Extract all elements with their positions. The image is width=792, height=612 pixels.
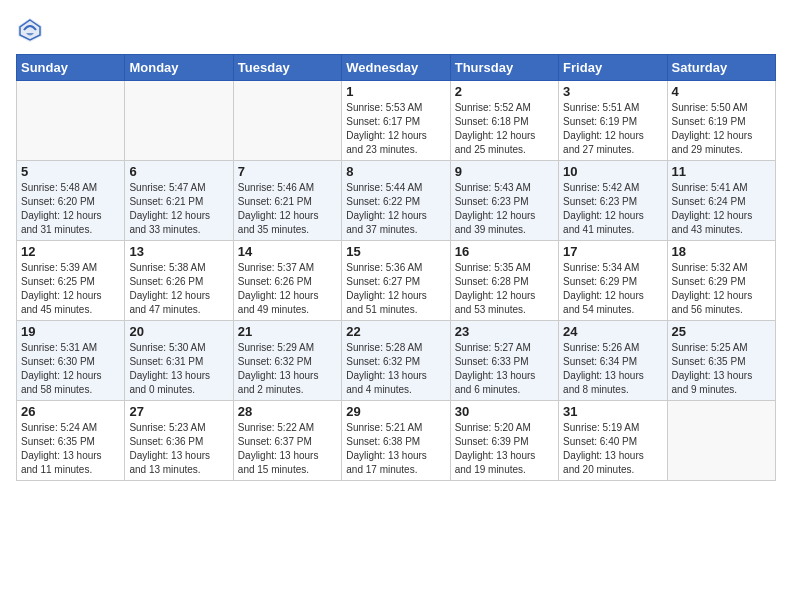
day-number: 22 — [346, 324, 445, 339]
week-row-5: 26Sunrise: 5:24 AM Sunset: 6:35 PM Dayli… — [17, 401, 776, 481]
day-info: Sunrise: 5:39 AM Sunset: 6:25 PM Dayligh… — [21, 261, 120, 317]
day-info: Sunrise: 5:23 AM Sunset: 6:36 PM Dayligh… — [129, 421, 228, 477]
day-number: 24 — [563, 324, 662, 339]
day-number: 4 — [672, 84, 771, 99]
day-info: Sunrise: 5:52 AM Sunset: 6:18 PM Dayligh… — [455, 101, 554, 157]
day-info: Sunrise: 5:19 AM Sunset: 6:40 PM Dayligh… — [563, 421, 662, 477]
day-info: Sunrise: 5:42 AM Sunset: 6:23 PM Dayligh… — [563, 181, 662, 237]
day-number: 14 — [238, 244, 337, 259]
calendar-cell: 28Sunrise: 5:22 AM Sunset: 6:37 PM Dayli… — [233, 401, 341, 481]
day-info: Sunrise: 5:20 AM Sunset: 6:39 PM Dayligh… — [455, 421, 554, 477]
calendar-cell: 20Sunrise: 5:30 AM Sunset: 6:31 PM Dayli… — [125, 321, 233, 401]
calendar-cell: 10Sunrise: 5:42 AM Sunset: 6:23 PM Dayli… — [559, 161, 667, 241]
calendar-cell: 5Sunrise: 5:48 AM Sunset: 6:20 PM Daylig… — [17, 161, 125, 241]
day-info: Sunrise: 5:41 AM Sunset: 6:24 PM Dayligh… — [672, 181, 771, 237]
calendar-table: SundayMondayTuesdayWednesdayThursdayFrid… — [16, 54, 776, 481]
day-number: 3 — [563, 84, 662, 99]
week-row-2: 5Sunrise: 5:48 AM Sunset: 6:20 PM Daylig… — [17, 161, 776, 241]
day-info: Sunrise: 5:34 AM Sunset: 6:29 PM Dayligh… — [563, 261, 662, 317]
day-number: 13 — [129, 244, 228, 259]
weekday-header-wednesday: Wednesday — [342, 55, 450, 81]
day-number: 7 — [238, 164, 337, 179]
logo — [16, 16, 48, 44]
calendar-cell: 8Sunrise: 5:44 AM Sunset: 6:22 PM Daylig… — [342, 161, 450, 241]
day-number: 26 — [21, 404, 120, 419]
weekday-header-friday: Friday — [559, 55, 667, 81]
weekday-header-tuesday: Tuesday — [233, 55, 341, 81]
calendar-cell: 18Sunrise: 5:32 AM Sunset: 6:29 PM Dayli… — [667, 241, 775, 321]
calendar-cell: 30Sunrise: 5:20 AM Sunset: 6:39 PM Dayli… — [450, 401, 558, 481]
day-number: 2 — [455, 84, 554, 99]
day-info: Sunrise: 5:30 AM Sunset: 6:31 PM Dayligh… — [129, 341, 228, 397]
day-info: Sunrise: 5:24 AM Sunset: 6:35 PM Dayligh… — [21, 421, 120, 477]
day-number: 28 — [238, 404, 337, 419]
calendar-cell — [667, 401, 775, 481]
calendar-cell: 21Sunrise: 5:29 AM Sunset: 6:32 PM Dayli… — [233, 321, 341, 401]
weekday-header-saturday: Saturday — [667, 55, 775, 81]
calendar-cell: 17Sunrise: 5:34 AM Sunset: 6:29 PM Dayli… — [559, 241, 667, 321]
day-info: Sunrise: 5:27 AM Sunset: 6:33 PM Dayligh… — [455, 341, 554, 397]
calendar-cell — [233, 81, 341, 161]
day-info: Sunrise: 5:47 AM Sunset: 6:21 PM Dayligh… — [129, 181, 228, 237]
calendar-cell: 6Sunrise: 5:47 AM Sunset: 6:21 PM Daylig… — [125, 161, 233, 241]
day-number: 12 — [21, 244, 120, 259]
day-info: Sunrise: 5:46 AM Sunset: 6:21 PM Dayligh… — [238, 181, 337, 237]
day-info: Sunrise: 5:36 AM Sunset: 6:27 PM Dayligh… — [346, 261, 445, 317]
day-info: Sunrise: 5:51 AM Sunset: 6:19 PM Dayligh… — [563, 101, 662, 157]
calendar-cell: 19Sunrise: 5:31 AM Sunset: 6:30 PM Dayli… — [17, 321, 125, 401]
day-info: Sunrise: 5:28 AM Sunset: 6:32 PM Dayligh… — [346, 341, 445, 397]
calendar-cell: 27Sunrise: 5:23 AM Sunset: 6:36 PM Dayli… — [125, 401, 233, 481]
calendar-cell: 29Sunrise: 5:21 AM Sunset: 6:38 PM Dayli… — [342, 401, 450, 481]
weekday-header-monday: Monday — [125, 55, 233, 81]
day-info: Sunrise: 5:37 AM Sunset: 6:26 PM Dayligh… — [238, 261, 337, 317]
day-number: 16 — [455, 244, 554, 259]
calendar-cell: 3Sunrise: 5:51 AM Sunset: 6:19 PM Daylig… — [559, 81, 667, 161]
calendar-cell: 2Sunrise: 5:52 AM Sunset: 6:18 PM Daylig… — [450, 81, 558, 161]
calendar-cell: 1Sunrise: 5:53 AM Sunset: 6:17 PM Daylig… — [342, 81, 450, 161]
day-info: Sunrise: 5:43 AM Sunset: 6:23 PM Dayligh… — [455, 181, 554, 237]
day-info: Sunrise: 5:32 AM Sunset: 6:29 PM Dayligh… — [672, 261, 771, 317]
calendar-cell: 26Sunrise: 5:24 AM Sunset: 6:35 PM Dayli… — [17, 401, 125, 481]
calendar-cell: 24Sunrise: 5:26 AM Sunset: 6:34 PM Dayli… — [559, 321, 667, 401]
day-info: Sunrise: 5:53 AM Sunset: 6:17 PM Dayligh… — [346, 101, 445, 157]
day-info: Sunrise: 5:26 AM Sunset: 6:34 PM Dayligh… — [563, 341, 662, 397]
svg-marker-0 — [18, 18, 42, 42]
day-number: 31 — [563, 404, 662, 419]
day-info: Sunrise: 5:22 AM Sunset: 6:37 PM Dayligh… — [238, 421, 337, 477]
calendar-cell — [17, 81, 125, 161]
day-info: Sunrise: 5:48 AM Sunset: 6:20 PM Dayligh… — [21, 181, 120, 237]
day-number: 15 — [346, 244, 445, 259]
day-number: 9 — [455, 164, 554, 179]
calendar-cell: 16Sunrise: 5:35 AM Sunset: 6:28 PM Dayli… — [450, 241, 558, 321]
day-info: Sunrise: 5:29 AM Sunset: 6:32 PM Dayligh… — [238, 341, 337, 397]
logo-icon — [16, 16, 44, 44]
week-row-3: 12Sunrise: 5:39 AM Sunset: 6:25 PM Dayli… — [17, 241, 776, 321]
day-number: 20 — [129, 324, 228, 339]
day-number: 19 — [21, 324, 120, 339]
calendar-cell: 31Sunrise: 5:19 AM Sunset: 6:40 PM Dayli… — [559, 401, 667, 481]
calendar-cell: 22Sunrise: 5:28 AM Sunset: 6:32 PM Dayli… — [342, 321, 450, 401]
day-info: Sunrise: 5:25 AM Sunset: 6:35 PM Dayligh… — [672, 341, 771, 397]
day-info: Sunrise: 5:35 AM Sunset: 6:28 PM Dayligh… — [455, 261, 554, 317]
week-row-4: 19Sunrise: 5:31 AM Sunset: 6:30 PM Dayli… — [17, 321, 776, 401]
calendar-cell — [125, 81, 233, 161]
day-number: 5 — [21, 164, 120, 179]
calendar-cell: 4Sunrise: 5:50 AM Sunset: 6:19 PM Daylig… — [667, 81, 775, 161]
calendar-cell: 23Sunrise: 5:27 AM Sunset: 6:33 PM Dayli… — [450, 321, 558, 401]
day-number: 23 — [455, 324, 554, 339]
day-number: 21 — [238, 324, 337, 339]
day-number: 8 — [346, 164, 445, 179]
day-number: 27 — [129, 404, 228, 419]
day-number: 29 — [346, 404, 445, 419]
day-number: 1 — [346, 84, 445, 99]
calendar-cell: 9Sunrise: 5:43 AM Sunset: 6:23 PM Daylig… — [450, 161, 558, 241]
calendar-cell: 7Sunrise: 5:46 AM Sunset: 6:21 PM Daylig… — [233, 161, 341, 241]
day-info: Sunrise: 5:38 AM Sunset: 6:26 PM Dayligh… — [129, 261, 228, 317]
day-info: Sunrise: 5:50 AM Sunset: 6:19 PM Dayligh… — [672, 101, 771, 157]
day-number: 30 — [455, 404, 554, 419]
calendar-cell: 11Sunrise: 5:41 AM Sunset: 6:24 PM Dayli… — [667, 161, 775, 241]
day-number: 18 — [672, 244, 771, 259]
calendar-cell: 25Sunrise: 5:25 AM Sunset: 6:35 PM Dayli… — [667, 321, 775, 401]
day-number: 6 — [129, 164, 228, 179]
calendar-cell: 12Sunrise: 5:39 AM Sunset: 6:25 PM Dayli… — [17, 241, 125, 321]
